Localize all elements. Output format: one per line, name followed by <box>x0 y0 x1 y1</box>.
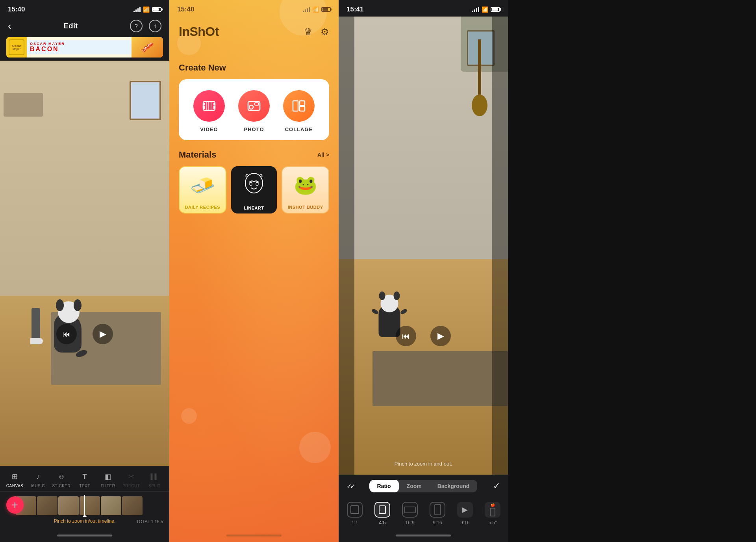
status-icons-p3: 📶 <box>472 6 500 13</box>
create-collage-card[interactable]: COLLAGE <box>283 90 315 132</box>
status-bar-p2: 15:40 📶 <box>169 0 339 17</box>
photo-circle <box>238 90 270 122</box>
person-legs <box>30 308 43 344</box>
toolbar-split[interactable]: ▌▌ SPLIT <box>145 471 164 488</box>
tab-zoom[interactable]: Zoom <box>399 480 430 492</box>
ad-banner[interactable]: Oscar Mayer OSCAR MAYER BACON 🥓 <box>6 37 163 58</box>
materials-grid: 🧈 DAILY RECIPES <box>179 166 329 213</box>
timeline-total: TOTAL 1:16.5 <box>136 519 163 524</box>
create-video-card[interactable]: VIDEO <box>193 90 225 132</box>
sticker-label: STICKER <box>52 484 70 488</box>
settings-button[interactable]: ⚙ <box>321 26 329 37</box>
rewind-button-p1[interactable]: ⏮ <box>56 324 77 344</box>
toolbar-text[interactable]: T TEXT <box>75 471 94 488</box>
svg-rect-0 <box>203 102 215 110</box>
split-icon: ▌▌ <box>149 471 160 482</box>
window <box>130 81 161 120</box>
ratio-9-16[interactable]: 9:16 <box>428 502 447 525</box>
tab-background[interactable]: Background <box>430 480 478 492</box>
ratio-shape-1-1 <box>350 505 359 514</box>
crown-button[interactable]: ♛ <box>304 26 313 37</box>
collage-circle <box>283 90 315 122</box>
material-inshot-buddy[interactable]: 🐸 INSHOT BUDDY <box>282 166 329 213</box>
svg-point-16 <box>245 173 263 193</box>
create-new-title: Create New <box>179 63 329 73</box>
time-p3: 15:41 <box>346 6 363 13</box>
play-button-p1[interactable]: ▶ <box>93 324 113 344</box>
p3-guitar <box>472 39 487 116</box>
timeline-thumb-6 <box>122 496 143 515</box>
material-lineart[interactable]: LINEART <box>231 166 277 213</box>
app-logo: InShOt <box>179 24 219 39</box>
home-indicator-p2 <box>169 529 339 542</box>
ratio-shape-16-9 <box>404 507 416 513</box>
video-circle <box>193 90 225 122</box>
ratio-icon-16-9 <box>402 502 418 518</box>
battery-icon-p3 <box>491 7 500 12</box>
svg-point-17 <box>250 182 252 186</box>
toolbar-precut[interactable]: ✂ PRECUT <box>122 471 141 488</box>
materials-section: Materials All > 🧈 DAILY RECIPES <box>179 150 329 213</box>
svg-rect-15 <box>300 106 305 111</box>
ratio-shape-9-16 <box>434 504 441 515</box>
photo-icon <box>247 99 261 113</box>
timeline-thumb-5 <box>101 496 121 515</box>
toolbar-canvas[interactable]: ⊞ CANVAS <box>6 471 24 488</box>
buddy-label: INSHOT BUDDY <box>288 203 323 213</box>
ratio-options-container: 1:1 4:5 16:9 <box>339 497 508 529</box>
rewind-button-p3[interactable]: ⏮ <box>396 326 416 346</box>
battery-icon <box>152 7 161 12</box>
share-button[interactable]: ↑ <box>149 20 161 32</box>
ratio-5-5in[interactable]: 🍎 5.5" <box>483 502 502 525</box>
ratio-label-5-5: 5.5" <box>489 520 497 525</box>
home-bar-p2 <box>226 535 282 536</box>
create-photo-card[interactable]: PHOTO <box>238 90 270 132</box>
ratio-16-9[interactable]: 16:9 <box>400 502 420 525</box>
timeline-area: Pinch to zoom in/out timeline. TOTAL 1:1… <box>0 491 169 529</box>
toolbar-sticker[interactable]: ☺ STICKER <box>52 471 71 488</box>
play-button-p3[interactable]: ▶ <box>430 326 451 346</box>
add-media-button[interactable]: + <box>6 496 24 514</box>
ad-logo-inner: Oscar Mayer <box>9 39 24 55</box>
p3-back-check[interactable]: ✓✓ <box>346 483 354 490</box>
back-button[interactable]: ‹ <box>8 20 11 32</box>
apple-icon-5-5: 🍎 <box>491 503 495 507</box>
ratio-1-1[interactable]: 1:1 <box>345 502 365 525</box>
recipes-icon-area: 🧈 <box>190 167 215 203</box>
svg-rect-11 <box>255 103 259 105</box>
ratio-tiktok[interactable]: ▶ 9:16 <box>455 502 475 525</box>
split-label: SPLIT <box>148 484 160 488</box>
material-daily-recipes[interactable]: 🧈 DAILY RECIPES <box>179 166 226 213</box>
timeline-strip <box>0 495 169 517</box>
materials-all-button[interactable]: All > <box>317 152 329 158</box>
video-scene-p1: ⏮ ▶ <box>0 61 169 466</box>
music-label: MUSIC <box>31 484 45 488</box>
home-panel: 15:40 📶 InShOt ♛ ⚙ Create New <box>169 0 339 542</box>
p3-video-controls: ⏮ ▶ <box>396 326 451 346</box>
timeline-thumb-3 <box>58 496 79 515</box>
timeline-playhead[interactable] <box>84 495 85 517</box>
signal-icon-p2 <box>303 7 310 12</box>
ratio-4-5[interactable]: 4:5 <box>372 502 392 525</box>
p3-confirm-check[interactable]: ✓ <box>493 481 500 491</box>
wifi-icon-p3: 📶 <box>482 6 488 13</box>
time-p2: 15:40 <box>177 6 194 13</box>
wifi-icon-p2: 📶 <box>312 6 319 13</box>
status-icons-p1: 📶 <box>133 6 161 13</box>
filler-space <box>508 0 756 542</box>
svg-rect-2 <box>203 106 205 107</box>
ratio-icon-9-16 <box>430 502 445 518</box>
toolbar-music[interactable]: ♪ MUSIC <box>29 471 48 488</box>
toolbar-filter[interactable]: ◧ FILTER <box>98 471 117 488</box>
header-icons: ♛ ⚙ <box>304 26 329 37</box>
create-cards-container: VIDEO PHOTO <box>179 79 329 140</box>
materials-header: Materials All > <box>179 150 329 160</box>
help-button[interactable]: ? <box>130 20 143 32</box>
ratio-icon-tiktok: ▶ <box>457 502 473 518</box>
tab-ratio[interactable]: Ratio <box>369 480 399 492</box>
ratio-shape-5-5 <box>490 508 495 516</box>
sticker-icon: ☺ <box>56 471 67 482</box>
svg-rect-5 <box>213 106 215 107</box>
svg-point-12 <box>249 105 253 109</box>
crop-preview: ⏮ ▶ Pinch to zoom in and out. <box>339 17 508 475</box>
